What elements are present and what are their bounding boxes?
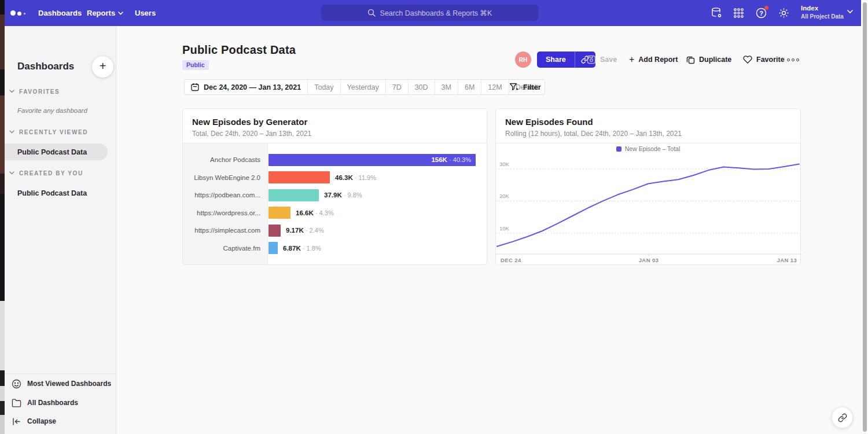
save-icon (587, 55, 596, 64)
app-logo[interactable] (10, 8, 34, 17)
bar-row: https://simplecast.com 9.17K · 2.4% (183, 222, 487, 240)
topbar: Dashboards Reports Users Search Dashboar… (5, 0, 861, 26)
preset-yesterday[interactable]: Yesterday (341, 80, 386, 94)
logo-dot (10, 10, 16, 16)
apps-grid-icon[interactable] (733, 7, 745, 19)
card-title: New Episodes Found (505, 117, 593, 127)
chevron-down-icon (847, 10, 853, 14)
bar-category-label: https://podbean.com... (183, 192, 268, 198)
bar-segment[interactable] (269, 189, 319, 201)
add-dashboard-button[interactable]: + (92, 56, 113, 78)
card-subtitle: Total, Dec 24th, 2020 – Jan 13th, 2021 (192, 130, 311, 138)
preset-30d[interactable]: 30D (409, 80, 435, 94)
svg-text:?: ? (759, 10, 763, 17)
help-icon[interactable]: ? (755, 7, 767, 19)
bar-segment[interactable] (269, 207, 290, 219)
duplicate-button[interactable]: Duplicate (686, 52, 731, 68)
bar-row: https://wordpress.or... 16.6K · 4.3% (183, 204, 487, 222)
line-chart[interactable]: 10K20K30KDEC 24JAN 03JAN 13 (496, 154, 801, 264)
bar-segment[interactable] (269, 225, 281, 237)
card-header[interactable]: New Episodes by Generator Total, Dec 24t… (183, 109, 487, 144)
bar-row: Captivate.fm 6.87K · 1.8% (183, 240, 487, 258)
share-button[interactable]: Share (537, 52, 575, 68)
card-new-episodes-by-generator: New Episodes by Generator Total, Dec 24t… (182, 108, 487, 265)
logo-dot (17, 12, 21, 16)
preset-today[interactable]: Today (308, 80, 340, 94)
card-header[interactable]: New Episodes Found Rolling (12 hours), t… (496, 109, 800, 144)
save-button[interactable]: Save (587, 52, 617, 68)
date-range-control: Dec 24, 2020 — Jan 13, 2021 Today Yester… (184, 79, 545, 95)
page-title: Public Podcast Data (182, 43, 296, 57)
sidebar-title: Dashboards (17, 61, 74, 72)
footer-item-label: Most Viewed Dashboards (27, 380, 111, 388)
bar-value: 156K (431, 156, 447, 163)
svg-text:20K: 20K (499, 193, 510, 199)
preset-3m[interactable]: 3M (435, 80, 458, 94)
add-report-label: Add Report (638, 56, 678, 64)
settings-gear-icon[interactable] (778, 7, 790, 19)
bar-category-label: https://simplecast.com (183, 227, 268, 234)
preset-12m[interactable]: 12M (481, 80, 509, 94)
card-subtitle: Rolling (12 hours), total, Dec 24th, 202… (505, 130, 682, 138)
favorite-label: Favorite (756, 56, 785, 64)
nav-users[interactable]: Users (135, 0, 156, 26)
most-viewed-dashboards-link[interactable]: Most Viewed Dashboards (5, 377, 116, 391)
svg-text:10K: 10K (499, 225, 510, 231)
section-recently-viewed[interactable]: RECENTLY VIEWED (5, 128, 116, 136)
sidebar-footer-divider (5, 373, 116, 374)
search-icon (367, 9, 376, 17)
bar-track: 46.3K · 11.9% (269, 171, 487, 183)
more-options-button[interactable] (787, 52, 799, 68)
sidebar: Dashboards + FAVORITES Favorite any dash… (5, 26, 116, 434)
nav-reports[interactable]: Reports (87, 0, 123, 26)
bar-row: Libsyn WebEngine 2.0 46.3K · 11.9% (183, 169, 487, 187)
scrollbar-thumb[interactable] (863, 2, 867, 432)
bar-segment[interactable] (269, 171, 330, 183)
more-dot (796, 58, 799, 61)
folder-icon (12, 398, 21, 408)
bar-track: 16.6K · 4.3% (269, 207, 487, 219)
filter-icon (509, 83, 518, 91)
sidebar-item-public-podcast-data[interactable]: Public Podcast Data (17, 189, 87, 197)
favorite-button[interactable]: Favorite (743, 52, 785, 68)
filter-button[interactable]: Filter (509, 79, 541, 95)
bar-track: 156K · 40.3% (269, 154, 487, 166)
chevron-down-icon (118, 12, 123, 15)
date-range-button[interactable]: Dec 24, 2020 — Jan 13, 2021 (185, 80, 308, 94)
bar-segment[interactable]: 156K · 40.3% (269, 154, 476, 166)
duplicate-label: Duplicate (699, 56, 731, 64)
bar-value: 9.17K (286, 227, 304, 234)
search-placeholder: Search Dashboards & Reports ⌘K (380, 9, 492, 17)
legend-label: New Episode – Total (625, 145, 681, 152)
sidebar-item-public-podcast-data[interactable]: Public Podcast Data (5, 144, 108, 160)
data-sources-icon[interactable] (711, 7, 723, 19)
all-dashboards-link[interactable]: All Dashboards (5, 396, 116, 410)
footer-item-label: All Dashboards (27, 399, 78, 407)
add-report-button[interactable]: + Add Report (629, 52, 678, 68)
preset-6m[interactable]: 6M (458, 80, 481, 94)
legend-new-episode-total[interactable]: New Episode – Total (496, 144, 800, 154)
heart-icon (743, 56, 752, 64)
preset-7d[interactable]: 7D (386, 80, 409, 94)
collapse-sidebar-button[interactable]: Collapse (5, 414, 116, 428)
section-created-by-you[interactable]: CREATED BY YOU (5, 169, 116, 177)
bar-segment[interactable] (269, 242, 278, 254)
duplicate-icon (686, 56, 695, 64)
scrollbar-track[interactable] (861, 0, 868, 434)
legend-swatch (616, 146, 621, 152)
collapse-icon (12, 417, 21, 426)
copy-link-floating-button[interactable] (832, 407, 853, 428)
chevron-down-icon (9, 171, 14, 175)
public-badge: Public (182, 60, 209, 70)
search-input[interactable]: Search Dashboards & Reports ⌘K (321, 5, 538, 21)
bar-row: Anchor Podcasts 156K · 40.3% (183, 151, 487, 169)
section-favorites[interactable]: FAVORITES (5, 87, 116, 95)
chevron-down-icon (9, 90, 14, 93)
bar-value: 16.6K (296, 209, 314, 216)
bar-chart: Anchor Podcasts 156K · 40.3% Libsyn WebE… (183, 144, 487, 264)
date-range-label: Dec 24, 2020 — Jan 13, 2021 (204, 83, 301, 91)
nav-dashboards[interactable]: Dashboards (38, 0, 82, 26)
plus-icon: + (629, 55, 634, 64)
bar-value: 6.87K (283, 245, 301, 252)
avatar[interactable]: RH (515, 52, 531, 68)
